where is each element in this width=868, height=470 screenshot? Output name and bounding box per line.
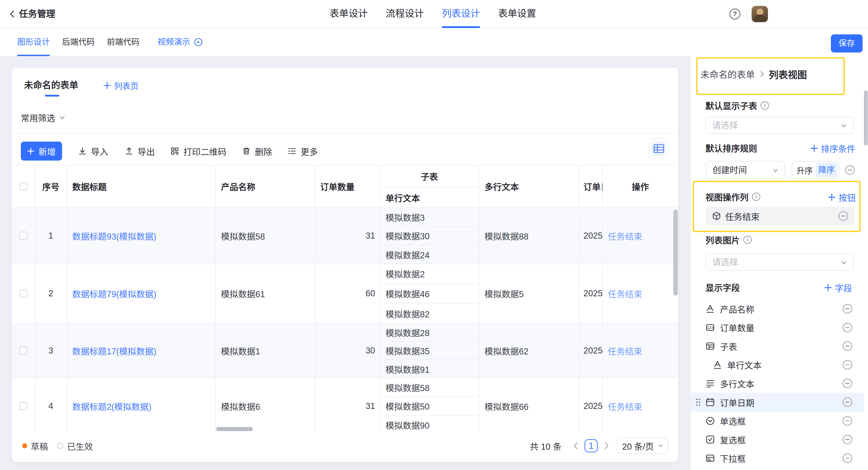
svg-text:123: 123: [707, 326, 713, 330]
